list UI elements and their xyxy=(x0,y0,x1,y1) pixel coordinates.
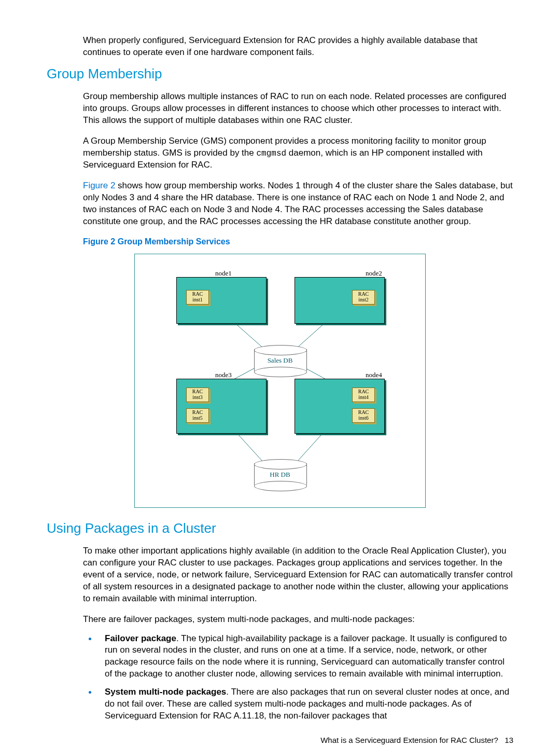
list-item: Failover package. The typical high-avail… xyxy=(97,632,513,681)
page-footer: What is a Serviceguard Extension for RAC… xyxy=(47,736,513,744)
sales-db-label: Sales DB xyxy=(254,356,306,365)
gm-para-2: A Group Membership Service (GMS) compone… xyxy=(83,135,513,171)
node2-box: RAC inst2 xyxy=(295,277,385,324)
gm-para-1: Group membership allows multiple instanc… xyxy=(83,91,513,127)
rac-inst3: RAC inst3 xyxy=(186,388,209,402)
rac-inst2: RAC inst2 xyxy=(352,290,375,305)
failover-term: Failover package xyxy=(105,633,176,643)
hr-db-icon: HR DB xyxy=(254,459,306,489)
figure-2-link[interactable]: Figure 2 xyxy=(83,181,115,190)
section-heading-using-packages: Using Packages in a Cluster xyxy=(47,520,513,536)
pkg-para-2: There are failover packages, system mult… xyxy=(83,614,513,626)
gm-para-3a: shows how group membership works. Nodes … xyxy=(83,181,513,226)
page-number: 13 xyxy=(505,736,513,744)
package-types-list: Failover package. The typical high-avail… xyxy=(83,632,513,723)
sales-db-icon: Sales DB xyxy=(254,345,306,375)
group-membership-diagram: node1 RAC inst1 node2 RAC inst2 Sales DB… xyxy=(134,254,426,508)
node3-label: node3 xyxy=(215,371,232,379)
node2-label: node2 xyxy=(366,269,382,278)
daemon-code: cmgmsd xyxy=(256,149,286,158)
smn-term: System multi-node packages xyxy=(105,687,226,697)
hr-db-label: HR DB xyxy=(254,471,306,479)
rac-inst1: RAC inst1 xyxy=(186,290,209,305)
node3-box: RAC inst3 RAC inst5 xyxy=(176,379,267,434)
rac-inst4: RAC inst4 xyxy=(352,388,375,402)
section-heading-group-membership: Group Membership xyxy=(47,66,513,82)
rac-inst5: RAC inst5 xyxy=(186,408,209,423)
node4-box: RAC inst4 RAC inst6 xyxy=(295,379,385,434)
node4-label: node4 xyxy=(366,371,382,379)
figure-caption: Figure 2 Group Membership Services xyxy=(83,237,513,246)
gm-para-3: Figure 2 shows how group membership work… xyxy=(83,180,513,228)
node1-box: RAC inst1 xyxy=(176,277,267,324)
rac-inst6: RAC inst6 xyxy=(352,408,375,423)
figure-container: node1 RAC inst1 node2 RAC inst2 Sales DB… xyxy=(47,254,513,508)
node1-label: node1 xyxy=(215,269,232,278)
intro-paragraph: When properly configured, Serviceguard E… xyxy=(83,35,513,59)
pkg-para-1: To make other important applications hig… xyxy=(83,545,513,605)
list-item: System multi-node packages. There are al… xyxy=(97,685,513,722)
footer-text: What is a Serviceguard Extension for RAC… xyxy=(320,736,498,744)
